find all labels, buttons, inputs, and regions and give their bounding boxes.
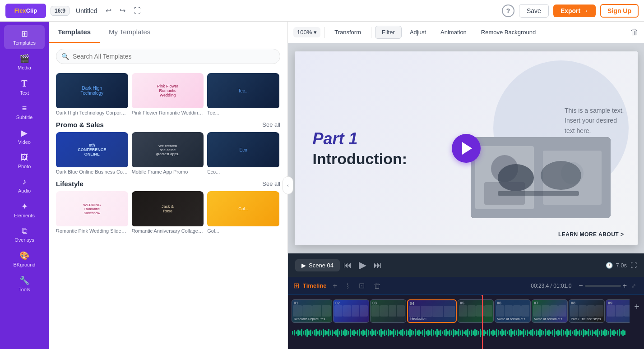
tab-my-templates[interactable]: My Templates bbox=[100, 22, 159, 43]
timeline-clip-01[interactable]: 01Research Report Presentation bbox=[292, 299, 332, 323]
transform-button[interactable]: Transform bbox=[328, 26, 367, 38]
export-button[interactable]: Export → bbox=[553, 5, 596, 17]
tab-templates[interactable]: Templates bbox=[49, 22, 100, 43]
sidebar-item-label: Overlays bbox=[14, 237, 34, 243]
play-icon: ▶ bbox=[301, 262, 306, 269]
sidebar-item-audio[interactable]: ♪ Audio bbox=[4, 174, 45, 197]
section-header-promo: Promo & Sales See all bbox=[56, 121, 280, 129]
template-card-anniversary[interactable]: Jack &Rose Romantic Anniversary Collage … bbox=[132, 191, 204, 234]
template-grid-promo: 8thCONFERENCEONLINE Dark Blue Online Bus… bbox=[56, 132, 280, 174]
scene-sample-text: This is a sample text.Insert your desire… bbox=[565, 106, 624, 136]
animation-button[interactable]: Animation bbox=[434, 26, 473, 38]
template-card-mobile-app[interactable]: We createdone of thegreatest apps. Mobil… bbox=[132, 132, 204, 174]
templates-panel-wrapper: Templates My Templates 🔍 Dark HighTechno… bbox=[49, 22, 288, 349]
elements-icon: ✦ bbox=[21, 202, 28, 211]
help-button[interactable]: ? bbox=[502, 5, 514, 17]
divider bbox=[324, 27, 324, 38]
topbar: FlexClip 16:9 Untitled ↩ ↪ ⛶ ? Save Expo… bbox=[0, 0, 644, 22]
adjust-button[interactable]: Adjust bbox=[403, 26, 432, 38]
zoom-control[interactable]: 100% ▾ bbox=[293, 27, 320, 37]
template-grid-lifestyle: WEDDINGRomanticSlideshow Romantic Pink W… bbox=[56, 191, 280, 234]
add-clip-button[interactable]: + bbox=[630, 295, 644, 318]
subtitle-icon: ≡ bbox=[22, 104, 27, 113]
template-card-eco[interactable]: Eco Eco... bbox=[207, 132, 279, 174]
main-content: ⊞ Templates 🎬 Media T Text ≡ Subtitle ▶ … bbox=[0, 22, 644, 349]
play-pause-button[interactable]: ▶ bbox=[355, 257, 370, 273]
timeline-area: ⊞ Timeline + ⧘ ⊡ 🗑 00:23.4 / 01:01.0 − +… bbox=[288, 277, 644, 349]
section-title-promo: Promo & Sales bbox=[56, 121, 104, 129]
scene-label[interactable]: ▶ Scene 04 bbox=[295, 259, 340, 271]
sidebar-item-tools[interactable]: 🔧 Tools bbox=[4, 272, 45, 296]
template-name: Dark Blue Online Business Confe... bbox=[56, 169, 128, 174]
play-overlay-button[interactable] bbox=[452, 134, 481, 163]
template-card-tec[interactable]: Tec... Tec... bbox=[207, 73, 279, 115]
section-header-lifestyle: Lifestyle See all bbox=[56, 180, 280, 188]
divider bbox=[371, 27, 371, 38]
sidebar-item-elements[interactable]: ✦ Elements bbox=[4, 198, 45, 222]
sidebar-item-media[interactable]: 🎬 Media bbox=[4, 50, 45, 74]
search-bar: 🔍 bbox=[49, 43, 287, 69]
save-button[interactable]: Save bbox=[519, 4, 549, 18]
fullscreen-button[interactable]: ⛶ bbox=[132, 5, 143, 17]
media-icon: 🎬 bbox=[19, 54, 29, 64]
template-card-golden[interactable]: Gol... Gol... bbox=[207, 191, 279, 234]
sidebar-item-label: Audio bbox=[18, 188, 31, 193]
template-card-romantic-wedding[interactable]: WEDDINGRomanticSlideshow Romantic Pink W… bbox=[56, 191, 128, 234]
sidebar-item-overlays[interactable]: ⧉ Overlays bbox=[4, 223, 45, 246]
see-all-lifestyle[interactable]: See all bbox=[262, 180, 280, 187]
scene-name: Scene 04 bbox=[309, 262, 334, 269]
sidebar-item-label: Elements bbox=[14, 213, 35, 218]
timeline-header: ⊞ Timeline + ⧘ ⊡ 🗑 00:23.4 / 01:01.0 − +… bbox=[288, 277, 644, 295]
remove-bg-button[interactable]: Remove Background bbox=[475, 26, 542, 38]
sidebar-item-label: Text bbox=[20, 90, 29, 96]
expand-button[interactable]: ⛶ bbox=[630, 262, 637, 269]
sidebar-item-photo[interactable]: 🖼 Photo bbox=[4, 149, 45, 173]
search-input[interactable] bbox=[56, 49, 280, 64]
timeline-add-button[interactable]: + bbox=[330, 280, 340, 292]
undo-button[interactable]: ↩ bbox=[104, 5, 113, 17]
templates-icon: ⊞ bbox=[21, 29, 28, 39]
editor-area: 100% ▾ Transform Filter Adjust Animation… bbox=[288, 22, 644, 349]
time-display: 🕐 7.0s bbox=[606, 262, 627, 269]
scene-controls: ▶ Scene 04 ⏮ ▶ ⏭ 🕐 7.0s ⛶ bbox=[288, 253, 644, 277]
see-all-promo[interactable]: See all bbox=[262, 121, 280, 128]
sidebar-item-subtitle[interactable]: ≡ Subtitle bbox=[4, 100, 45, 124]
timeline-clip-05[interactable]: 05 bbox=[458, 299, 494, 323]
template-thumb: We createdone of thegreatest apps. bbox=[132, 132, 204, 167]
delete-button[interactable]: 🗑 bbox=[630, 28, 639, 37]
template-card-conference[interactable]: 8thCONFERENCEONLINE Dark Blue Online Bus… bbox=[56, 132, 128, 174]
sidebar-item-text[interactable]: T Text bbox=[4, 75, 45, 99]
timeline-clip-02[interactable]: 02 bbox=[333, 299, 369, 323]
template-name: Dark High Technology Corporate... bbox=[56, 110, 128, 115]
zoom-in-button[interactable]: + bbox=[623, 282, 627, 290]
play-arrow-icon bbox=[462, 142, 472, 155]
redo-button[interactable]: ↪ bbox=[118, 5, 127, 17]
scene-background: Part 1 Introduction: This is a sample te… bbox=[295, 51, 638, 245]
filter-button[interactable]: Filter bbox=[375, 26, 402, 39]
timeline-delete-button[interactable]: 🗑 bbox=[371, 280, 384, 292]
fit-timeline-button[interactable]: ⤢ bbox=[629, 281, 639, 291]
template-row-top: Dark HighTechnology Dark High Technology… bbox=[56, 73, 280, 115]
zoom-out-button[interactable]: − bbox=[579, 282, 583, 290]
zoom-slider[interactable] bbox=[585, 285, 621, 287]
photo-svg bbox=[471, 137, 611, 218]
timeline-clip-09[interactable]: 09 bbox=[606, 299, 630, 323]
sidebar-item-video[interactable]: ▶ Video bbox=[4, 124, 45, 148]
signup-button[interactable]: Sign Up bbox=[600, 4, 639, 18]
timeline-clip-04[interactable]: 04Introduction bbox=[407, 299, 457, 323]
video-icon: ▶ bbox=[21, 128, 28, 138]
timeline-duplicate-button[interactable]: ⊡ bbox=[356, 280, 367, 292]
template-card-pink-wedding[interactable]: Pink FlowerRomanticWedding Pink Flower R… bbox=[132, 73, 204, 115]
timeline-split-button[interactable]: ⧘ bbox=[343, 280, 352, 292]
sidebar-item-label: Media bbox=[18, 65, 31, 70]
skip-back-button[interactable]: ⏮ bbox=[340, 259, 355, 272]
sidebar-item-templates[interactable]: ⊞ Templates bbox=[4, 25, 45, 49]
skip-forward-button[interactable]: ⏭ bbox=[370, 259, 385, 272]
timeline-clip-07[interactable]: 07Name of section of report bbox=[532, 299, 568, 323]
timeline-clip-03[interactable]: 03 bbox=[370, 299, 406, 323]
panel-collapse-button[interactable]: ‹ bbox=[283, 176, 293, 194]
template-card-dark-tech[interactable]: Dark HighTechnology Dark High Technology… bbox=[56, 73, 128, 115]
timeline-clip-08[interactable]: 08Part 2 The next steps bbox=[569, 299, 605, 323]
sidebar-item-bkground[interactable]: 🎨 BKground bbox=[4, 247, 45, 271]
timeline-clip-06[interactable]: 06Name of section of report bbox=[495, 299, 531, 323]
